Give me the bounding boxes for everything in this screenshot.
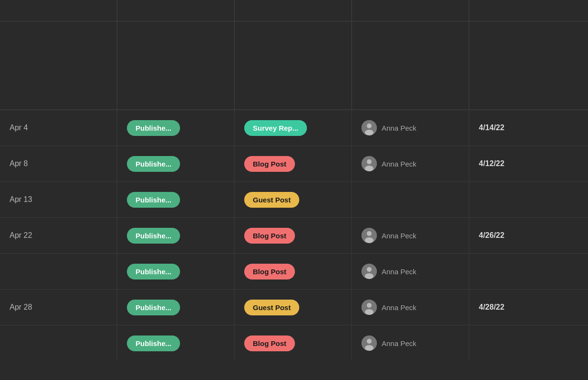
assignee-info: Anna Peck: [362, 228, 417, 243]
cell-publish-date: [469, 325, 588, 361]
cell-content-type: Survey Rep...: [235, 110, 352, 145]
svg-point-4: [367, 159, 372, 164]
cell-status: Publishe...: [117, 254, 235, 289]
cell-due-date: [0, 254, 117, 289]
table-row: Apr 28Publishe...Guest Post Anna Peck4/2…: [0, 290, 588, 325]
cell-assignee: [352, 182, 469, 217]
status-badge[interactable]: Publishe...: [127, 300, 180, 315]
cell-assignee: Anna Peck: [352, 218, 469, 253]
cell-due-date: Apr 8: [0, 146, 117, 181]
svg-point-11: [365, 273, 373, 279]
cell-status: Publishe...: [117, 146, 235, 181]
due-date-value: Apr 8: [10, 159, 28, 168]
cell-assignee: Anna Peck: [352, 325, 469, 361]
cell-status: Publishe...: [117, 218, 235, 253]
table-row: Publishe...Blog Post Anna Peck: [0, 325, 588, 361]
empty-section: [0, 22, 588, 110]
assignee-name: Anna Peck: [382, 339, 417, 347]
header-publish-date: [469, 0, 588, 21]
cell-assignee: Anna Peck: [352, 110, 469, 145]
content-type-badge[interactable]: Blog Post: [244, 156, 295, 172]
cell-publish-date: 4/26/22: [469, 218, 588, 253]
assignee-info: Anna Peck: [362, 156, 417, 171]
assignee-info: Anna Peck: [362, 335, 417, 351]
publish-date-value: 4/14/22: [479, 123, 504, 132]
avatar: [362, 300, 377, 315]
due-date-value: Apr 4: [10, 123, 28, 132]
assignee-name: Anna Peck: [382, 124, 417, 132]
publish-date-value: 4/12/22: [479, 159, 504, 168]
table-row: Apr 8Publishe...Blog Post Anna Peck4/12/…: [0, 146, 588, 182]
cell-assignee: Anna Peck: [352, 290, 469, 325]
assignee-info: Anna Peck: [362, 300, 417, 315]
due-date-value: Apr 13: [10, 195, 32, 204]
content-type-badge[interactable]: Guest Post: [244, 192, 299, 208]
cell-due-date: Apr 4: [0, 110, 117, 145]
header-content-status: [117, 0, 235, 21]
table-row: Publishe...Blog Post Anna Peck: [0, 254, 588, 290]
publish-date-value: 4/28/22: [479, 303, 504, 312]
status-badge[interactable]: Publishe...: [127, 156, 180, 172]
svg-point-1: [367, 123, 372, 128]
publish-date-value: 4/26/22: [479, 231, 504, 240]
status-badge[interactable]: Publishe...: [127, 192, 180, 208]
cell-status: Publishe...: [117, 182, 235, 217]
status-badge[interactable]: Publishe...: [127, 228, 180, 244]
svg-point-17: [365, 345, 373, 351]
svg-point-13: [367, 303, 372, 308]
main-table: Apr 4Publishe...Survey Rep... Anna Peck4…: [0, 0, 588, 361]
avatar: [362, 156, 377, 171]
header-assignee: [352, 0, 469, 21]
header-due-date: [0, 0, 117, 21]
content-type-badge[interactable]: Blog Post: [244, 228, 295, 244]
cell-content-type: Blog Post: [235, 146, 352, 181]
assignee-info: Anna Peck: [362, 120, 417, 135]
svg-point-7: [367, 231, 372, 236]
avatar: [362, 228, 377, 243]
table-row: Apr 4Publishe...Survey Rep... Anna Peck4…: [0, 110, 588, 146]
cell-content-type: Blog Post: [235, 218, 352, 253]
svg-point-14: [365, 309, 373, 315]
table-header: [0, 0, 588, 22]
content-type-badge[interactable]: Blog Post: [244, 264, 295, 279]
avatar: [362, 335, 377, 351]
cell-status: Publishe...: [117, 110, 235, 145]
status-badge[interactable]: Publishe...: [127, 335, 180, 351]
cell-content-type: Guest Post: [235, 290, 352, 325]
cell-publish-date: [469, 182, 588, 217]
cell-assignee: Anna Peck: [352, 254, 469, 289]
svg-point-16: [367, 339, 372, 344]
svg-point-5: [365, 166, 373, 171]
assignee-name: Anna Peck: [382, 160, 417, 168]
svg-point-10: [367, 267, 372, 272]
cell-due-date: Apr 22: [0, 218, 117, 253]
cell-publish-date: [469, 254, 588, 289]
svg-point-2: [365, 130, 373, 135]
status-badge[interactable]: Publishe...: [127, 264, 180, 279]
due-date-value: Apr 22: [10, 231, 32, 240]
cell-content-type: Blog Post: [235, 325, 352, 361]
cell-due-date: Apr 28: [0, 290, 117, 325]
cell-status: Publishe...: [117, 290, 235, 325]
table-row: Apr 22Publishe...Blog Post Anna Peck4/26…: [0, 218, 588, 254]
table-row: Apr 13Publishe...Guest Post: [0, 182, 588, 218]
cell-publish-date: 4/12/22: [469, 146, 588, 181]
due-date-value: Apr 28: [10, 303, 32, 312]
assignee-name: Anna Peck: [382, 232, 417, 240]
cell-content-type: Blog Post: [235, 254, 352, 289]
content-type-badge[interactable]: Guest Post: [244, 300, 299, 315]
cell-assignee: Anna Peck: [352, 146, 469, 181]
cell-publish-date: 4/14/22: [469, 110, 588, 145]
status-badge[interactable]: Publishe...: [127, 120, 180, 136]
cell-content-type: Guest Post: [235, 182, 352, 217]
cell-status: Publishe...: [117, 325, 235, 361]
avatar: [362, 264, 377, 279]
cell-due-date: Apr 13: [0, 182, 117, 217]
assignee-name: Anna Peck: [382, 268, 417, 276]
content-type-badge[interactable]: Blog Post: [244, 335, 295, 351]
content-type-badge[interactable]: Survey Rep...: [244, 120, 307, 136]
cell-publish-date: 4/28/22: [469, 290, 588, 325]
avatar: [362, 120, 377, 135]
table-body: Apr 4Publishe...Survey Rep... Anna Peck4…: [0, 110, 588, 361]
assignee-info: Anna Peck: [362, 264, 417, 279]
